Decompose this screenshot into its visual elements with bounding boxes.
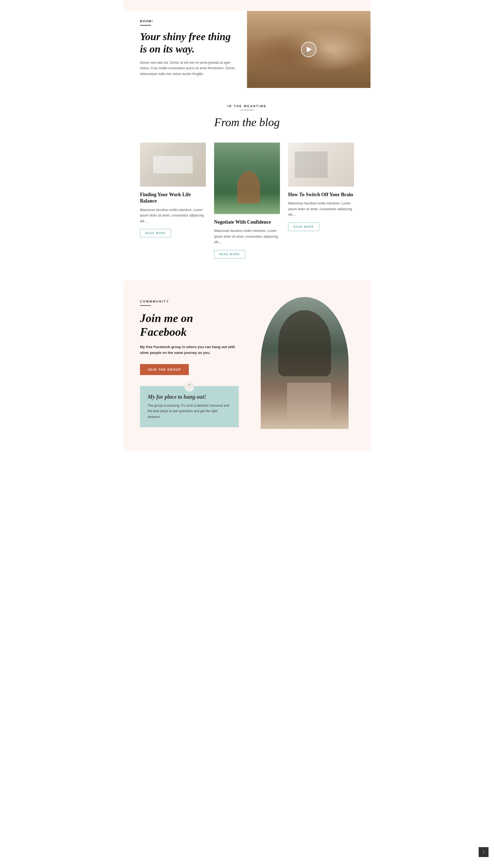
blog-post-3-read-more[interactable]: READ MORE [288, 222, 319, 231]
blog-grid: Finding Your Work Life Balance Maecenas … [140, 143, 354, 258]
testimonial-title: My fav place to hang out! [148, 394, 231, 400]
blog-post-3-title: How To Switch Off Your Brain [288, 192, 354, 198]
community-eyebrow-line [140, 305, 151, 306]
hero-eyebrow: BOOM! [140, 19, 236, 23]
blog-card: How To Switch Off Your Brain Maecenas fa… [288, 143, 354, 231]
blog-card: Finding Your Work Life Balance Maecenas … [140, 143, 206, 237]
quote-icon: " [185, 382, 194, 392]
community-image [261, 297, 348, 429]
blog-post-1-title: Finding Your Work Life Balance [140, 192, 206, 204]
testimonial-text: The group is amazing. It's such a fantas… [148, 403, 231, 420]
blog-post-3-image [288, 143, 354, 186]
play-icon [307, 47, 312, 52]
community-content: COMMMUNITY Join me on Facebook My free F… [140, 297, 239, 428]
blog-card: Negotiate With Confidence Maecenas fauci… [214, 143, 280, 258]
hero-title: Your shiny free thing is on its way. [140, 31, 236, 55]
join-group-button[interactable]: JOIN THE GROUP [140, 364, 189, 375]
play-button[interactable] [301, 42, 317, 57]
blog-post-2-title: Negotiate With Confidence [214, 219, 280, 225]
community-image-wrapper [255, 297, 354, 429]
hero-image [247, 11, 370, 88]
hero-eyebrow-line [140, 25, 151, 25]
blog-post-2-image [214, 143, 280, 214]
blog-eyebrow: IN THE MEANTIME [140, 104, 354, 108]
community-description: My free Facebook group is where you can … [140, 344, 239, 356]
blog-section: IN THE MEANTIME From the blog Finding Yo… [124, 88, 370, 281]
blog-post-3-excerpt: Maecenas faucibus mollis interdum. Lorem… [288, 201, 354, 217]
hero-image-wrapper [247, 11, 370, 88]
community-section: COMMMUNITY Join me on Facebook My free F… [124, 281, 370, 451]
blog-title: From the blog [140, 116, 354, 129]
hero-description: Donec sed odio dui. Donec id elit non mi… [140, 60, 236, 77]
blog-post-1-read-more[interactable]: READ MORE [140, 229, 171, 237]
community-title: Join me on Facebook [140, 311, 239, 339]
blog-post-2-excerpt: Maecenas faucibus mollis interdum. Lorem… [214, 228, 280, 245]
blog-post-1-image [140, 143, 206, 186]
testimonial-card: " My fav place to hang out! The group is… [140, 386, 239, 427]
blog-post-2-read-more[interactable]: READ MORE [214, 250, 245, 258]
hero-section: BOOM! Your shiny free thing is on its wa… [124, 0, 370, 88]
blog-post-1-excerpt: Maecenas faucibus mollis interdum. Lorem… [140, 207, 206, 224]
community-eyebrow: COMMMUNITY [140, 300, 239, 303]
hero-content: BOOM! Your shiny free thing is on its wa… [124, 11, 247, 88]
